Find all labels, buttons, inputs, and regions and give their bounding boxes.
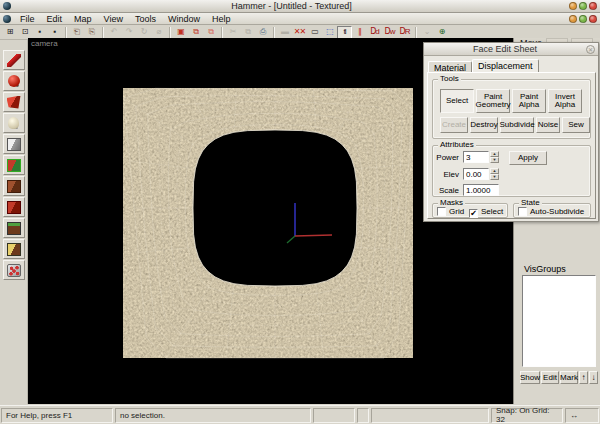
- magnify-tool[interactable]: [3, 71, 25, 91]
- invert-alpha-button[interactable]: Invert Alpha: [548, 89, 582, 113]
- toggle-3d-grid-icon[interactable]: ⊡: [17, 26, 32, 39]
- texture-lock-button[interactable]: tl: [337, 26, 352, 39]
- title-bar[interactable]: Hammer - [Untitled - Textured]: [0, 0, 600, 13]
- grid-smaller-icon[interactable]: ▪: [32, 26, 47, 39]
- apply-current-texture-tool-icon: [7, 180, 21, 193]
- menu-file[interactable]: File: [14, 14, 41, 24]
- power-label: Power: [433, 153, 459, 162]
- attributes-group: Attributes Power 3 ▲▼ Apply Elev 0.00 ▲▼…: [432, 145, 591, 197]
- displacement-pens-icon[interactable]: ∥: [352, 26, 367, 39]
- paint-alpha-button[interactable]: Paint Alpha: [512, 89, 546, 113]
- redo-icon[interactable]: ↷: [121, 26, 136, 39]
- hide-selected-icon[interactable]: ▬: [277, 26, 292, 39]
- elev-field[interactable]: 0.00: [463, 168, 489, 180]
- toolbar-separator: [102, 27, 103, 38]
- power-field[interactable]: 3: [463, 151, 489, 163]
- grid-checkbox-label: Grid: [449, 207, 464, 216]
- status-coords: [313, 408, 355, 423]
- texture-application-tool[interactable]: [3, 155, 25, 175]
- group-icon[interactable]: ⧉: [188, 26, 203, 39]
- menu-bar: FileEditMapViewToolsWindowHelp: [0, 13, 600, 25]
- close-button[interactable]: [589, 2, 597, 10]
- cut-icon[interactable]: ✂: [225, 26, 240, 39]
- grid-checkbox[interactable]: [437, 207, 446, 216]
- overlay-tool[interactable]: [3, 218, 25, 238]
- dropdown-arrow-icon[interactable]: ⌄: [419, 26, 434, 39]
- noise-button[interactable]: Noise: [536, 117, 560, 133]
- history-icon[interactable]: ↻: [136, 26, 151, 39]
- selection-tool-icon: [7, 54, 21, 67]
- paste-icon[interactable]: ⎙: [255, 26, 270, 39]
- visgroup-mark-button[interactable]: Mark: [560, 371, 578, 384]
- status-selection: no selection.: [115, 408, 311, 423]
- destroy-button[interactable]: Destroy: [470, 117, 498, 133]
- carve-icon[interactable]: ▣: [173, 26, 188, 39]
- visgroups-list[interactable]: [522, 275, 596, 367]
- status-snap: Snap: On Grid: 32: [491, 408, 563, 423]
- document-icon: [3, 15, 11, 23]
- visgroup-down-button[interactable]: ↓: [589, 371, 598, 384]
- subdivide-button[interactable]: Subdivide: [500, 117, 534, 133]
- sew-button[interactable]: Sew: [562, 117, 590, 133]
- status-help: For Help, press F1: [1, 408, 113, 423]
- dialog-close-icon[interactable]: ✕: [586, 45, 595, 54]
- select-touching-icon[interactable]: ✕✕: [292, 26, 307, 39]
- close-button[interactable]: [589, 15, 597, 23]
- toggle-group-ignore-icon[interactable]: ⌀: [151, 26, 166, 39]
- undo-icon[interactable]: ↶: [106, 26, 121, 39]
- magnify-region-icon[interactable]: ⬚: [322, 26, 337, 39]
- tool-palette: [0, 40, 28, 404]
- apply-current-texture-tool[interactable]: [3, 176, 25, 196]
- clipping-tool-icon: [7, 243, 21, 256]
- displacement-tab-pane: Tools SelectPaint GeometryPaint AlphaInv…: [427, 72, 596, 219]
- menu-map[interactable]: Map: [68, 14, 98, 24]
- camera-tool[interactable]: [3, 92, 25, 112]
- run-map-default-icon[interactable]: Ⅾd: [367, 26, 382, 39]
- menu-help[interactable]: Help: [206, 14, 237, 24]
- menu-items: FileEditMapViewToolsWindowHelp: [14, 14, 236, 24]
- visgroup-show-button[interactable]: Show: [520, 371, 540, 384]
- toggle-grid-icon[interactable]: ⊞: [2, 26, 17, 39]
- dialog-title-bar[interactable]: Face Edit Sheet ✕: [424, 43, 598, 56]
- hammer-editor-window: Hammer - [Untitled - Textured] FileEditM…: [0, 0, 600, 424]
- paint-geometry-button[interactable]: Paint Geometry: [476, 89, 510, 113]
- compile-go-icon[interactable]: ⊕: [434, 26, 449, 39]
- save-window-state-icon[interactable]: ⎘: [84, 26, 99, 39]
- elev-stepper[interactable]: ▲▼: [490, 168, 499, 180]
- toggle-select-box-icon[interactable]: ▭: [307, 26, 322, 39]
- run-map-wireframe-icon[interactable]: Ⅾw: [382, 26, 397, 39]
- auto-subdivide-checkbox[interactable]: [518, 207, 527, 216]
- minimize-button[interactable]: [569, 2, 577, 10]
- power-stepper[interactable]: ▲▼: [490, 151, 499, 163]
- create-button[interactable]: Create: [440, 117, 468, 133]
- decal-tool[interactable]: [3, 197, 25, 217]
- block-tool[interactable]: [3, 134, 25, 154]
- select-checkbox[interactable]: ✔: [469, 209, 478, 218]
- texture-application-tool-icon: [7, 159, 21, 172]
- viewport-type-label[interactable]: camera: [31, 39, 58, 48]
- vertex-tool[interactable]: [3, 260, 25, 280]
- apply-button[interactable]: Apply: [509, 151, 547, 165]
- minimize-button[interactable]: [569, 15, 577, 23]
- scale-field[interactable]: 1.0000: [463, 184, 499, 196]
- copy-icon[interactable]: ⧉: [240, 26, 255, 39]
- selection-tool[interactable]: [3, 50, 25, 70]
- tab-displacement[interactable]: Displacement: [472, 59, 539, 73]
- select-button[interactable]: Select: [440, 89, 474, 113]
- grid-larger-icon[interactable]: ▪: [47, 26, 62, 39]
- visgroup-edit-button[interactable]: Edit: [541, 371, 559, 384]
- visgroup-up-button[interactable]: ↑: [579, 371, 588, 384]
- run-map-radius-icon[interactable]: ⅮR: [397, 26, 412, 39]
- entity-tool[interactable]: [3, 113, 25, 133]
- clipping-tool[interactable]: [3, 239, 25, 259]
- dialog-title: Face Edit Sheet: [424, 44, 586, 54]
- menu-window[interactable]: Window: [162, 14, 206, 24]
- menu-view[interactable]: View: [98, 14, 129, 24]
- load-window-state-icon[interactable]: ⎗: [69, 26, 84, 39]
- restore-button[interactable]: [579, 15, 587, 23]
- restore-button[interactable]: [579, 2, 587, 10]
- tools-legend: Tools: [438, 74, 461, 83]
- ungroup-icon[interactable]: ⧉: [203, 26, 218, 39]
- menu-edit[interactable]: Edit: [41, 14, 69, 24]
- menu-tools[interactable]: Tools: [129, 14, 162, 24]
